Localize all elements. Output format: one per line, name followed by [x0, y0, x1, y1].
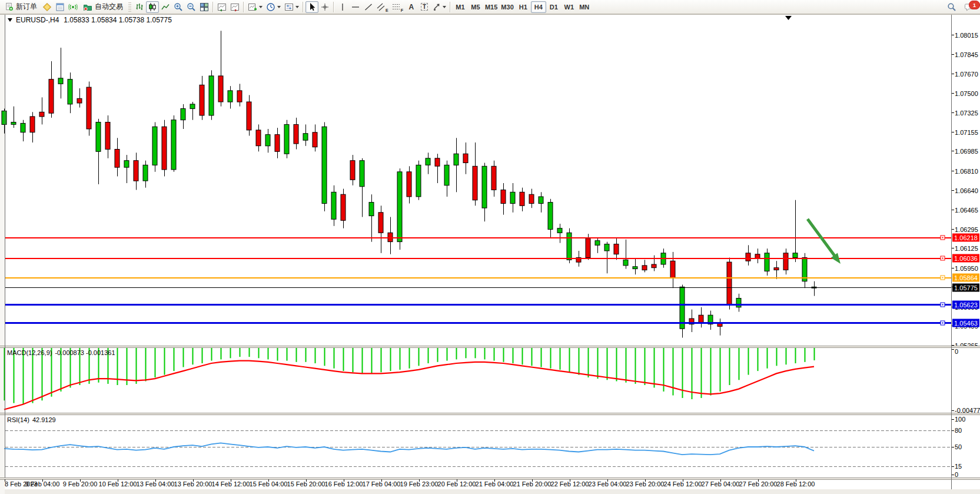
trendline-button[interactable]	[362, 1, 375, 13]
market-watch-button[interactable]	[41, 1, 54, 13]
toolbar-right-tools: 1	[945, 0, 976, 14]
timeframe-m15-button[interactable]: M15	[483, 1, 499, 13]
rsi-axis-label: 80	[955, 427, 962, 434]
time-tick-label: 9 Feb 04:00	[25, 480, 60, 488]
crosshair-icon	[320, 2, 330, 12]
timeframe-d1-button[interactable]: D1	[546, 1, 562, 13]
bar-chart-icon	[135, 2, 144, 12]
timeframe-h4-button[interactable]: H4	[531, 1, 546, 13]
timeframe-label: D1	[550, 4, 558, 11]
bar-chart-button[interactable]	[133, 1, 146, 13]
autotrading-label: 自动交易	[95, 2, 123, 12]
text-button[interactable]: A	[405, 1, 418, 13]
timeframe-m5-button[interactable]: M5	[468, 1, 483, 13]
rsi-axis-label: 100	[955, 416, 965, 423]
search-icon	[947, 2, 956, 12]
horizontal-line-button[interactable]	[349, 1, 362, 13]
chart-canvas[interactable]: 1.080151.078451.076701.075001.073251.071…	[0, 0, 980, 494]
dropdown-caret-icon	[259, 6, 263, 8]
periods-button[interactable]	[264, 1, 283, 13]
macd-indicator-values: -0.000873 -0.001361	[55, 349, 115, 356]
timeframe-m1-button[interactable]: M1	[453, 1, 468, 13]
price-tick-label: 1.05950	[955, 265, 978, 272]
candle-chart-button[interactable]	[146, 1, 159, 13]
toolbar-handle[interactable]	[128, 2, 131, 12]
line-chart-icon	[161, 2, 170, 12]
zoom-in-button[interactable]	[172, 1, 185, 13]
zoom-out-button[interactable]	[185, 1, 198, 13]
price-tick-label: 1.07845	[955, 51, 978, 58]
autotrading-icon	[83, 2, 92, 12]
symbol-dropdown-icon[interactable]	[8, 18, 12, 22]
line-anchor-dot	[942, 304, 944, 306]
label-tool-glyph: T	[421, 3, 428, 11]
line-chart-button[interactable]	[159, 1, 172, 13]
candle	[87, 82, 91, 136]
vertical-line-icon	[338, 2, 347, 12]
toolbar-separator	[450, 2, 451, 12]
text-label-button[interactable]: T	[418, 1, 431, 13]
autotrading-button[interactable]: 自动交易	[79, 1, 127, 13]
equidistant-channel-button[interactable]: E	[375, 1, 390, 13]
trade-group: 新订单 自动交易	[1, 0, 127, 14]
timeframe-label: W1	[564, 4, 574, 11]
price-tick-label: 1.06125	[955, 245, 978, 252]
time-tick-label: 20 Feb 12:00	[438, 480, 476, 488]
indicator-window-remove-button[interactable]	[228, 1, 241, 13]
timeframe-label: M5	[471, 4, 480, 11]
indicator-window-add-button[interactable]	[215, 1, 228, 13]
new-order-icon	[5, 2, 14, 11]
price-tick-label: 1.06295	[955, 226, 978, 233]
timeframe-label: M1	[456, 4, 464, 11]
price-tick-label: 1.07500	[955, 90, 978, 97]
price-badge-label: 1.05623	[954, 301, 978, 309]
chart-title-row: EURUSD-,H4 1.05833 1.05834 1.05738 1.057…	[8, 16, 172, 24]
main-toolbar: 新订单 自动交易	[0, 0, 980, 14]
timeframe-w1-button[interactable]: W1	[562, 1, 577, 13]
arrows-icon	[433, 2, 441, 12]
toolbar-separator	[243, 2, 244, 12]
tile-windows-button[interactable]	[198, 1, 211, 13]
candle	[152, 122, 157, 172]
timeframe-mn-button[interactable]: MN	[577, 1, 592, 13]
left-margin	[0, 14, 5, 494]
price-badge-label: 1.05775	[954, 284, 978, 291]
tile-windows-icon	[200, 2, 209, 12]
candle	[162, 120, 167, 177]
fibonacci-icon	[392, 2, 400, 12]
line-anchor-dot	[942, 277, 944, 279]
notifications-button[interactable]: 1	[963, 1, 976, 13]
data-window-button[interactable]	[54, 1, 67, 13]
candle	[416, 161, 421, 200]
chart-symbol-title: EURUSD-,H4	[16, 16, 59, 24]
time-tick-label: 21 Feb 04:00	[476, 480, 514, 488]
zoom-out-icon	[187, 2, 196, 12]
cursor-button[interactable]	[305, 1, 318, 13]
arrows-button[interactable]	[431, 1, 448, 13]
fibo-glyph: F	[401, 8, 403, 12]
vertical-line-button[interactable]	[336, 1, 349, 13]
price-tick-label: 1.06640	[955, 187, 978, 194]
rsi-indicator-value: 42.9129	[32, 416, 56, 423]
timeframe-h1-button[interactable]: H1	[516, 1, 531, 13]
toolbar-separator	[333, 2, 334, 12]
time-tick-label: 19 Feb 23:00	[400, 480, 438, 488]
new-order-button[interactable]: 新订单	[1, 1, 41, 13]
cursor-group	[305, 0, 331, 14]
timeframe-label: M15	[485, 4, 497, 11]
indicators-list-icon	[248, 2, 257, 12]
line-anchor-dot	[942, 237, 944, 238]
candle	[209, 70, 214, 120]
indicators-list-button[interactable]	[246, 1, 264, 13]
signals-button[interactable]	[67, 1, 79, 13]
chart-type-group	[133, 0, 211, 14]
time-tick-label: 27 Feb 04:00	[702, 480, 740, 488]
templates-button[interactable]	[283, 1, 301, 13]
timeframe-m30-button[interactable]: M30	[499, 1, 515, 13]
time-tick-label: 10 Feb 12:00	[99, 480, 137, 488]
fibonacci-button[interactable]: F	[390, 1, 405, 13]
time-tick-label: 21 Feb 20:00	[513, 480, 552, 488]
zoom-in-icon	[174, 2, 183, 12]
crosshair-button[interactable]	[318, 1, 331, 13]
search-button[interactable]	[945, 1, 958, 13]
